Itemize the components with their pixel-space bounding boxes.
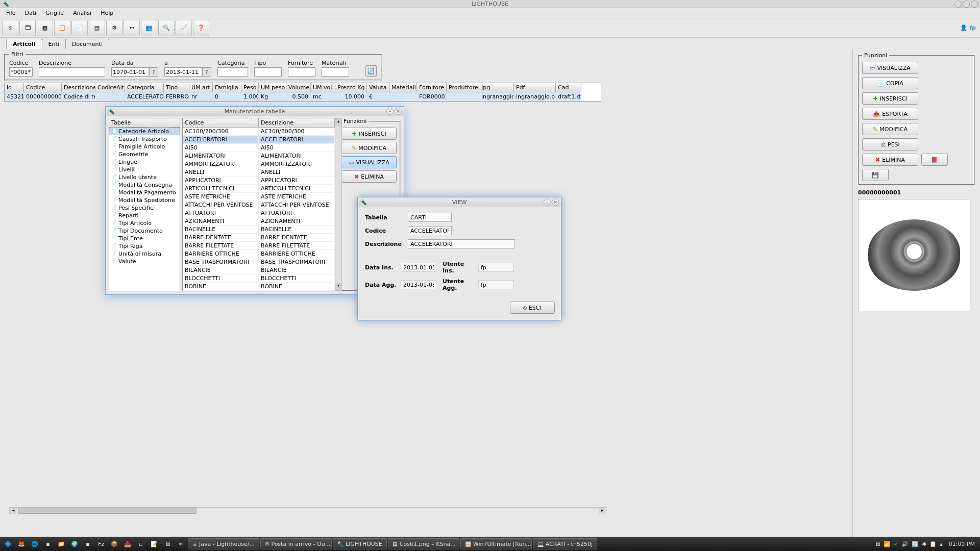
- grid-cell[interactable]: nr: [189, 92, 213, 101]
- tree-item[interactable]: Geometrie: [109, 151, 180, 158]
- btn-modifica[interactable]: ✎MODIFICA: [862, 123, 918, 135]
- detail-scrollbar[interactable]: ▴ ▾: [335, 118, 342, 291]
- grid-cell[interactable]: 0: [213, 92, 241, 101]
- task-tn5250[interactable]: 💻 ACRATI - tn5250j: [533, 538, 597, 549]
- tree-item[interactable]: Categorie Articolo: [109, 128, 180, 135]
- tree-item[interactable]: Modalità Spedizione: [109, 196, 180, 204]
- grid-col-9[interactable]: UM peso: [259, 83, 286, 92]
- tool-tables[interactable]: ▤: [89, 20, 105, 36]
- tray-volume-icon[interactable]: 🔊: [901, 541, 909, 547]
- grid-cell[interactable]: 10.000: [335, 92, 367, 101]
- tray-clipboard-icon[interactable]: 📋: [929, 541, 937, 547]
- detail-row[interactable]: AI50AI50: [183, 144, 335, 152]
- system-tray[interactable]: 🖥 📶 ✔ 🔊 🔄 ✱ 📋 ▴ 01:00 PM: [875, 541, 978, 547]
- tab-documenti[interactable]: Documenti: [65, 39, 109, 49]
- refresh-button[interactable]: 🔄: [365, 65, 377, 77]
- detail-cell[interactable]: ACCELERATORI: [183, 136, 259, 144]
- detail-row[interactable]: BARRE FILETTATEBARRE FILETTATE: [183, 242, 335, 250]
- task-vm[interactable]: 🪟 Win7Ultimate [Run...: [460, 538, 532, 549]
- maximize-button[interactable]: [963, 1, 970, 8]
- grid-col-15[interactable]: Fornitore: [417, 83, 447, 92]
- tree-item[interactable]: Tipi Articolo: [109, 219, 180, 227]
- input-tabella[interactable]: [408, 213, 452, 222]
- grid-col-1[interactable]: Codice: [24, 83, 62, 92]
- filemanager-icon[interactable]: 📁: [55, 538, 67, 550]
- dropbox-icon[interactable]: 📥: [121, 538, 134, 550]
- close-button[interactable]: [971, 1, 978, 8]
- task-ksnap[interactable]: 🖼 Costi1.png – KSna...: [388, 538, 459, 549]
- desktop-icon[interactable]: 🖥: [161, 538, 174, 550]
- detail-row[interactable]: BILANCIEBILANCIE: [183, 266, 335, 274]
- detail-cell[interactable]: BILANCIE: [183, 266, 259, 274]
- tray-check-icon[interactable]: ✔: [894, 541, 898, 547]
- grid-cell[interactable]: 1.000: [241, 92, 259, 101]
- input-categoria[interactable]: [217, 67, 248, 77]
- detail-row[interactable]: BOBINEBOBINE: [183, 283, 335, 291]
- detail-cell[interactable]: BACINELLE: [259, 226, 335, 234]
- grid-col-17[interactable]: Jpg: [479, 83, 514, 92]
- grid-col-0[interactable]: id: [5, 83, 24, 92]
- tree-item[interactable]: Valute: [109, 258, 180, 265]
- datepicker-da-button[interactable]: ?: [149, 67, 158, 77]
- detail-row[interactable]: ALIMENTATORIALIMENTATORI: [183, 152, 335, 160]
- tab-enti[interactable]: Enti: [42, 39, 66, 49]
- detail-cell[interactable]: BACINELLE: [183, 226, 259, 234]
- scroll-up[interactable]: ▴: [335, 119, 341, 126]
- grid-col-14[interactable]: Materiali: [389, 83, 417, 92]
- detail-row[interactable]: BACINELLEBACINELLE: [183, 226, 335, 234]
- tool-exit[interactable]: ⎋: [2, 20, 18, 36]
- detail-row[interactable]: APPLICATORIAPPLICATORI: [183, 177, 335, 185]
- tree-item[interactable]: Livello utente: [109, 173, 180, 181]
- input-materiali[interactable]: [322, 67, 349, 77]
- task-mail[interactable]: ✉ Posta in arrivo - Ou...: [260, 538, 332, 549]
- menu-griglie[interactable]: Griglie: [41, 9, 68, 17]
- tree-item[interactable]: Tipi Documento: [109, 227, 180, 235]
- grid-cell[interactable]: mc: [311, 92, 335, 101]
- grid-col-12[interactable]: Prezzo Kg: [335, 83, 367, 92]
- maint-minimize[interactable]: –: [386, 108, 394, 115]
- detail-cell[interactable]: ATTACCHI PER VENTOSE: [183, 201, 259, 209]
- konsole-icon[interactable]: ▪: [82, 538, 94, 550]
- input-fornitore[interactable]: [288, 67, 315, 77]
- tree-item[interactable]: Reparti: [109, 212, 180, 219]
- grid-cell[interactable]: 0.500: [286, 92, 311, 101]
- detail-cell[interactable]: BARRIERE OTTICHE: [183, 250, 259, 258]
- tree-item[interactable]: Pesi Specifici: [109, 204, 180, 212]
- detail-cell[interactable]: BARRE DENTATE: [183, 234, 259, 242]
- input-codice[interactable]: [9, 67, 33, 77]
- tree-item[interactable]: Livelli: [109, 166, 180, 173]
- detail-cell[interactable]: APPLICATORI: [183, 177, 259, 185]
- grid-cell[interactable]: draft1.dxf: [556, 92, 581, 101]
- tree-item[interactable]: Tipi Riga: [109, 242, 180, 250]
- grid-col-19[interactable]: Cad: [556, 83, 581, 92]
- view-window[interactable]: 🔦 VIEW ⌄ × Tabella Codice Descrizione: [357, 197, 561, 320]
- tree-item[interactable]: Famiglie Articolo: [109, 143, 180, 151]
- grid-col-13[interactable]: Valuta: [367, 83, 389, 92]
- detail-cell[interactable]: ATTACCHI PER VENTOSE: [259, 201, 335, 209]
- grid-cell[interactable]: ingranaggio.jpg: [479, 92, 514, 101]
- detail-cell[interactable]: ARTICOLI TECNICI: [183, 185, 259, 193]
- tree-item[interactable]: Causali Trasporto: [109, 135, 180, 143]
- grid-cell[interactable]: 00000000001: [24, 92, 62, 101]
- detail-cell[interactable]: ARTICOLI TECNICI: [259, 185, 335, 193]
- tray-bluetooth-icon[interactable]: ✱: [922, 541, 926, 547]
- detail-cell[interactable]: ATTUATORI: [183, 209, 259, 217]
- tree-item[interactable]: Lingue: [109, 158, 180, 166]
- tool-window[interactable]: 🗔: [19, 20, 36, 36]
- tray-network-icon[interactable]: 📶: [884, 541, 891, 547]
- detail-row[interactable]: BARRIERE OTTICHEBARRIERE OTTICHE: [183, 250, 335, 258]
- tree-item[interactable]: Modalità Consegna: [109, 181, 180, 189]
- detail-cell[interactable]: ALIMENTATORI: [183, 152, 259, 160]
- grid-col-5[interactable]: Tipo: [164, 83, 189, 92]
- grid-col-4[interactable]: Categoria: [125, 83, 164, 92]
- detail-cell[interactable]: AZIONAMENTI: [183, 217, 259, 226]
- minimize-button[interactable]: [954, 1, 962, 8]
- grid-cell[interactable]: [447, 92, 479, 101]
- detail-cell[interactable]: ANELLI: [259, 168, 335, 177]
- detail-cell[interactable]: AI50: [183, 144, 259, 152]
- btn-save-icon[interactable]: 💾: [862, 169, 889, 181]
- detail-row[interactable]: AZIONAMENTIAZIONAMENTI: [183, 217, 335, 226]
- detail-row[interactable]: ARTICOLI TECNICIARTICOLI TECNICI: [183, 185, 335, 193]
- clock[interactable]: 01:00 PM: [946, 541, 978, 547]
- detail-cell[interactable]: BASE TRASFORMATORI: [259, 258, 335, 266]
